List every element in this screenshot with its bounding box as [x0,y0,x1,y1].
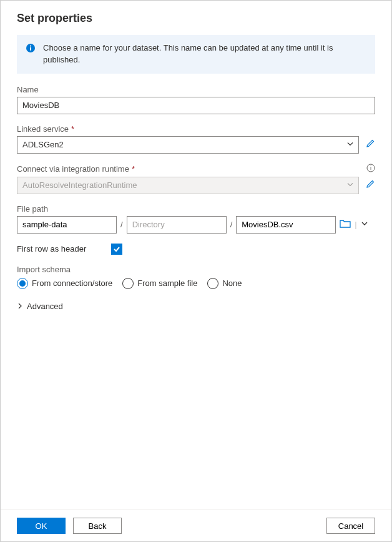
first-row-header-checkbox[interactable] [111,244,122,255]
radio-none[interactable]: None [207,278,242,289]
page-title: Set properties [17,12,375,25]
name-input[interactable] [17,97,375,114]
file-path-file-input[interactable] [236,216,336,234]
svg-rect-1 [30,47,31,51]
edit-icon[interactable] [365,179,375,191]
required-marker: * [132,164,135,174]
advanced-toggle[interactable]: Advanced [17,302,375,311]
path-separator: / [230,220,233,229]
back-button[interactable]: Back [73,518,122,534]
radio-icon [17,278,28,289]
svg-point-2 [30,46,31,47]
radio-icon [122,278,134,289]
edit-icon[interactable] [365,139,375,150]
first-row-header-label: First row as header [17,244,86,254]
radio-from-connection[interactable]: From connection/store [17,278,112,289]
file-path-label: File path [17,204,375,214]
radio-icon [207,278,218,289]
info-text: Choose a name for your dataset. This nam… [43,42,366,66]
chevron-down-icon[interactable] [361,220,368,229]
file-path-container-input[interactable] [17,216,117,234]
radio-label-text: From connection/store [32,278,112,288]
file-path-directory-input[interactable] [127,216,227,234]
advanced-label: Advanced [27,302,63,311]
radio-label-text: None [222,278,242,288]
info-banner: Choose a name for your dataset. This nam… [17,35,375,74]
name-label: Name [17,85,375,94]
help-icon[interactable]: i [366,164,375,174]
browse-folder-icon[interactable] [340,219,351,230]
cancel-button[interactable]: Cancel [326,518,375,534]
footer: OK Back Cancel [1,510,391,541]
radio-from-sample-file[interactable]: From sample file [122,278,197,289]
divider: | [355,220,356,229]
integration-runtime-label: Connect via integration runtime [17,164,129,174]
svg-text:i: i [370,165,371,171]
import-schema-label: Import schema [17,265,375,274]
chevron-right-icon [17,302,23,311]
ok-button[interactable]: OK [17,518,66,534]
radio-label-text: From sample file [137,278,197,288]
path-separator: / [120,220,123,229]
integration-runtime-select [17,177,359,194]
info-icon [26,43,36,55]
linked-service-label: Linked service [17,124,69,134]
linked-service-select[interactable] [17,136,359,154]
required-marker: * [71,124,74,134]
